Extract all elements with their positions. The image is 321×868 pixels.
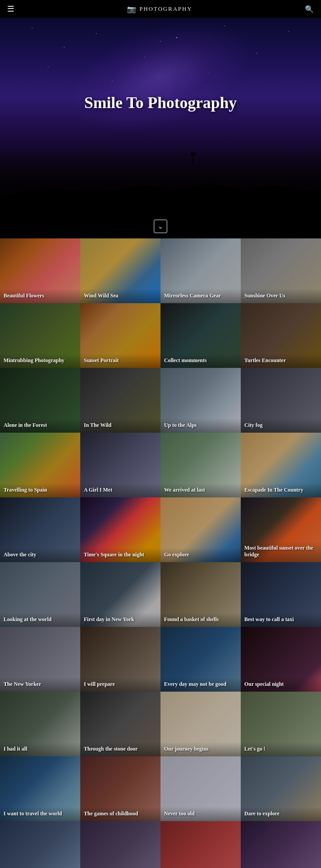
- grid-item-label: Our journey begins: [160, 742, 241, 756]
- grid-item-label: City fog: [241, 418, 321, 433]
- grid-item-label: Above the city: [0, 548, 80, 562]
- grid-item[interactable]: Saw the Superwoman today: [80, 821, 160, 868]
- grid-item[interactable]: Looking at the world: [0, 562, 80, 627]
- grid-item-label: Best way to call a taxi: [241, 613, 321, 627]
- grid-item[interactable]: Beautiful Flowers: [0, 238, 80, 303]
- grid-item-label: Every day may not be good: [160, 677, 241, 692]
- grid-item[interactable]: I want to travel the world: [0, 756, 80, 821]
- grid-item-overlay: [0, 821, 80, 868]
- grid-item[interactable]: Up to the Alps: [160, 368, 241, 433]
- grid-item[interactable]: Sunshine Over Us: [241, 238, 321, 303]
- grid-item[interactable]: A Girl I Met: [80, 433, 160, 497]
- grid-item-label: Alone in the Forest: [0, 418, 80, 433]
- search-icon[interactable]: 🔍: [305, 5, 314, 13]
- hero-title: Smile To Photography: [84, 93, 237, 112]
- grid-item[interactable]: Travelling to Spain: [0, 433, 80, 497]
- grid-item-label: Wind Wild Sea: [80, 289, 160, 303]
- grid-item[interactable]: Love is all you need: [160, 821, 241, 868]
- grid-item-label: I want to travel the world: [0, 807, 80, 821]
- grid-item-label: Mintrubbing Photography: [0, 354, 80, 368]
- grid-item[interactable]: Through the stone door: [80, 692, 160, 756]
- grid-item[interactable]: Collect momments: [160, 303, 241, 368]
- grid-item[interactable]: Never too old: [160, 756, 241, 821]
- grid-item-label: Sunset Portrait: [80, 354, 160, 368]
- grid-item[interactable]: The games of childhood: [80, 756, 160, 821]
- grid-item[interactable]: Escapade In The Country: [241, 433, 321, 497]
- grid-item-label: Our special night: [241, 677, 321, 692]
- grid-item[interactable]: Wind Wild Sea: [80, 238, 160, 303]
- grid-item[interactable]: I had it all: [0, 692, 80, 756]
- grid-item[interactable]: Sunset Portrait: [80, 303, 160, 368]
- grid-item-label: Looking at the world: [0, 613, 80, 627]
- grid-item-label: Dare to explore: [241, 807, 321, 821]
- grid-item-label: Go explore: [160, 548, 241, 562]
- grid-item-label: First day in New York: [80, 613, 160, 627]
- grid-item[interactable]: Go explore: [160, 497, 241, 562]
- grid-item[interactable]: Dare to explore: [241, 756, 321, 821]
- hero-section: Smile To Photography: [0, 18, 321, 214]
- grid-item[interactable]: First day in New York: [80, 562, 160, 627]
- grid-item-label: A Girl I Met: [80, 483, 160, 497]
- grid-item[interactable]: The joys of parenthood: [0, 821, 80, 868]
- menu-icon[interactable]: ☰: [7, 4, 14, 14]
- grid-item-label: Beautiful Flowers: [0, 289, 80, 303]
- scroll-button[interactable]: ⌄: [154, 220, 167, 233]
- grid-item-label: Turtles Encounter: [241, 354, 321, 368]
- grid-item[interactable]: Most beautiful sunset over the bridge: [241, 497, 321, 562]
- camera-icon: 📷: [127, 5, 137, 13]
- grid-item[interactable]: In The Wild: [80, 368, 160, 433]
- grid-item[interactable]: The New Yorker: [0, 627, 80, 692]
- photo-grid: Beautiful Flowers Wind Wild Sea Mirrorle…: [0, 238, 321, 868]
- grid-item-label: Through the stone door: [80, 742, 160, 756]
- grid-item-label: Let's go !: [241, 742, 321, 756]
- grid-item[interactable]: We arrived at last: [160, 433, 241, 497]
- grid-item[interactable]: Time's Square in the night: [80, 497, 160, 562]
- grid-item-label: Collect momments: [160, 354, 241, 368]
- grid-item[interactable]: Our special night: [241, 627, 321, 692]
- header: ☰ 📷 PHOTOGRAPHY 🔍: [0, 0, 321, 18]
- grid-item-label: Up to the Alps: [160, 418, 241, 433]
- grid-item[interactable]: Alone in the Forest: [0, 368, 80, 433]
- grid-item[interactable]: Turtles Encounter: [241, 303, 321, 368]
- grid-item-label: In The Wild: [80, 418, 160, 433]
- grid-item[interactable]: Best way to call a taxi: [241, 562, 321, 627]
- grid-item[interactable]: Mirrorless Camera Gear: [160, 238, 241, 303]
- header-title: 📷 PHOTOGRAPHY: [127, 5, 193, 13]
- grid-item[interactable]: Our journey begins: [160, 692, 241, 756]
- grid-item-label: We arrived at last: [160, 483, 241, 497]
- grid-item[interactable]: The purple fog: [241, 821, 321, 868]
- grid-item-overlay: [160, 821, 241, 868]
- grid-item-label: Found a basket of shells: [160, 613, 241, 627]
- site-title: PHOTOGRAPHY: [140, 5, 193, 13]
- grid-item[interactable]: Found a basket of shells: [160, 562, 241, 627]
- hero-figure: [186, 152, 200, 179]
- grid-item[interactable]: I will prepare: [80, 627, 160, 692]
- grid-item[interactable]: Mintrubbing Photography: [0, 303, 80, 368]
- grid-item-label: The games of childhood: [80, 807, 160, 821]
- scroll-indicator: ⌄: [0, 214, 321, 238]
- grid-item-label: Never too old: [160, 807, 241, 821]
- grid-item-label: Escapade In The Country: [241, 483, 321, 497]
- grid-item-overlay: [241, 821, 321, 868]
- grid-item-label: Most beautiful sunset over the bridge: [241, 541, 321, 562]
- grid-item-label: Time's Square in the night: [80, 548, 160, 562]
- grid-item-label: Sunshine Over Us: [241, 289, 321, 303]
- grid-item-label: The New Yorker: [0, 677, 80, 692]
- grid-item[interactable]: Let's go !: [241, 692, 321, 756]
- grid-item-overlay: [80, 821, 160, 868]
- grid-item-label: Travelling to Spain: [0, 483, 80, 497]
- grid-item[interactable]: Every day may not be good: [160, 627, 241, 692]
- grid-item-label: Mirrorless Camera Gear: [160, 289, 241, 303]
- grid-item-label: I had it all: [0, 742, 80, 756]
- grid-item[interactable]: City fog: [241, 368, 321, 433]
- grid-item[interactable]: Above the city: [0, 497, 80, 562]
- grid-item-label: I will prepare: [80, 677, 160, 692]
